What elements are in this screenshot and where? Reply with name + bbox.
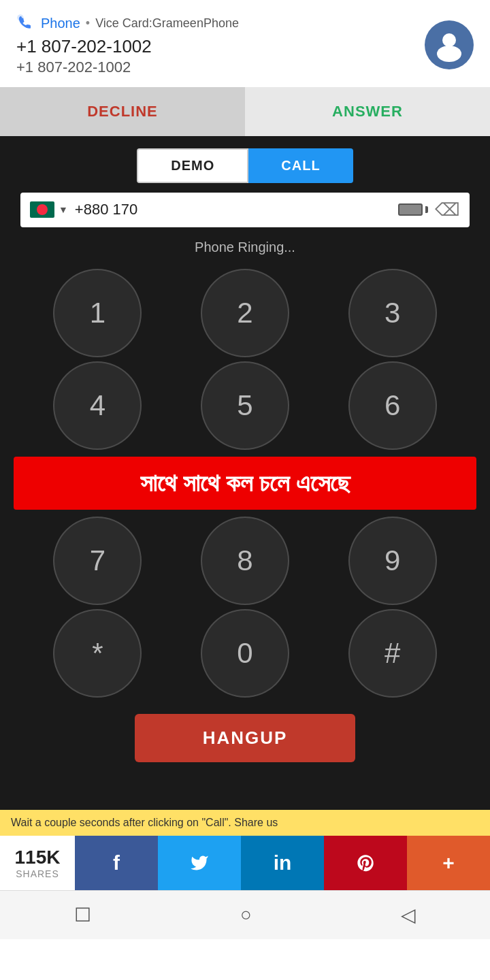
dial-key-7[interactable]: 7 <box>53 517 142 605</box>
linkedin-share-button[interactable]: in <box>241 836 324 890</box>
dialpad-row-4: * 0 # <box>27 609 463 698</box>
answer-button[interactable]: ANSWER <box>245 87 490 136</box>
pinterest-share-button[interactable] <box>324 836 407 890</box>
svg-point-2 <box>437 46 461 62</box>
phone-number-display: +880 170 <box>75 201 391 218</box>
header: Phone • Vice Card:GrameenPhone +1 807-20… <box>0 0 490 87</box>
decline-button[interactable]: DECLINE <box>0 87 245 136</box>
dialpad-row-3: 7 8 9 <box>27 517 463 605</box>
bengali-text: সাথে সাথে কল চলে এসেছে <box>30 469 460 497</box>
battery-tip <box>425 206 428 213</box>
ringing-status: Phone Ringing... <box>14 233 476 269</box>
backspace-icon: ⌫ <box>435 199 460 220</box>
dial-key-3[interactable]: 3 <box>348 269 437 357</box>
dial-key-4[interactable]: 4 <box>53 361 142 450</box>
person-icon <box>432 28 466 62</box>
header-top-row: Phone • Vice Card:GrameenPhone <box>16 14 239 33</box>
demo-call-row: DEMO CALL <box>14 136 476 193</box>
share-count-number: 115K <box>15 847 61 868</box>
phone-number-2: +1 807-202-1002 <box>16 59 239 76</box>
battery-icon <box>398 203 428 216</box>
hangup-button[interactable]: HANGUP <box>135 714 356 762</box>
dial-key-1[interactable]: 1 <box>53 269 142 357</box>
android-square-icon[interactable]: ☐ <box>74 904 91 926</box>
more-share-button[interactable]: + <box>407 836 490 890</box>
dial-key-8[interactable]: 8 <box>201 517 289 605</box>
call-button[interactable]: CALL <box>248 148 353 183</box>
yellow-note: Wait a couple seconds after clicking on … <box>0 810 490 836</box>
action-bar: DECLINE ANSWER <box>0 87 490 136</box>
dial-key-0[interactable]: 0 <box>201 609 289 698</box>
hangup-row: HANGUP <box>14 698 476 773</box>
number-input-row: ▼ +880 170 ⌫ <box>20 193 470 227</box>
dialpad-row-1: 1 2 3 <box>27 269 463 357</box>
share-count: 115K SHARES <box>0 836 75 890</box>
svg-point-1 <box>442 33 456 47</box>
battery-rect <box>398 203 423 216</box>
avatar <box>425 20 474 69</box>
android-home-icon[interactable]: ○ <box>240 904 252 926</box>
dot: • <box>86 16 90 31</box>
android-nav-bar: ☐ ○ ◁ <box>0 890 490 939</box>
share-count-label: SHARES <box>16 868 59 879</box>
flag-container: ▼ <box>30 201 68 218</box>
header-left: Phone • Vice Card:GrameenPhone +1 807-20… <box>16 14 239 76</box>
phone-screen: DEMO CALL ▼ +880 170 ⌫ Phone Ringing... … <box>0 136 490 810</box>
dial-key-5[interactable]: 5 <box>201 361 289 450</box>
facebook-share-button[interactable]: f <box>75 836 158 890</box>
flag-red-circle <box>37 204 48 215</box>
dial-key-star[interactable]: * <box>53 609 142 698</box>
country-dropdown-arrow[interactable]: ▼ <box>59 204 68 215</box>
backspace-button[interactable]: ⌫ <box>435 199 460 220</box>
demo-button[interactable]: DEMO <box>137 148 248 183</box>
dial-key-hash[interactable]: # <box>348 609 437 698</box>
dial-key-9[interactable]: 9 <box>348 517 437 605</box>
dialpad: 1 2 3 4 5 6 <box>14 269 476 450</box>
android-back-icon[interactable]: ◁ <box>401 904 416 926</box>
dial-key-6[interactable]: 6 <box>348 361 437 450</box>
dialpad-bottom: 7 8 9 * 0 # <box>14 517 476 698</box>
vice-card-label: Vice Card:GrameenPhone <box>95 16 239 31</box>
twitter-icon <box>190 853 209 872</box>
dialpad-row-2: 4 5 6 <box>27 361 463 450</box>
share-bar: 115K SHARES f in + <box>0 836 490 890</box>
phone-number-1: +1 807-202-1002 <box>16 35 239 59</box>
app-name: Phone <box>41 16 80 31</box>
bengali-banner: সাথে সাথে কল চলে এসেছে <box>14 457 476 510</box>
pinterest-icon <box>356 853 375 872</box>
twitter-share-button[interactable] <box>158 836 241 890</box>
bangladesh-flag <box>30 201 54 218</box>
dial-key-2[interactable]: 2 <box>201 269 289 357</box>
phone-icon <box>16 14 35 33</box>
